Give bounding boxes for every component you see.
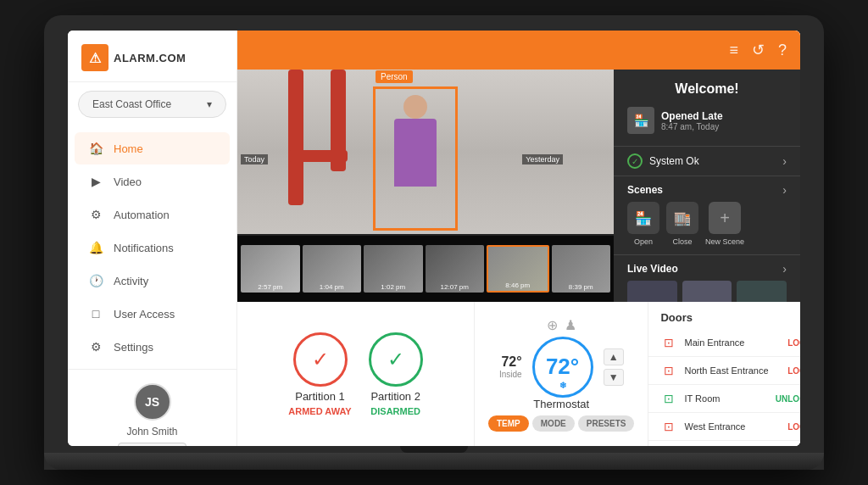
main-content: ≡ ↺ ? Person [237, 31, 800, 446]
alert-subtitle: 8:47 am, Today [661, 122, 787, 131]
scene-open-icon: 🏪 [627, 202, 659, 234]
sidebar-item-user-access[interactable]: □ User Access [75, 298, 230, 330]
thumbnail-5[interactable]: 8:46 pm [487, 245, 549, 293]
snowflake-icon: ❄ [559, 381, 566, 390]
thumbnail-6[interactable]: 8:39 pm [552, 245, 611, 293]
partition-1-circle: ✓ [293, 332, 348, 387]
scene-close[interactable]: 🏬 Close [666, 202, 698, 246]
thumb-time-1: 2:57 pm [241, 283, 300, 291]
right-panel: Welcome! 🏪 Opened Late 8:47 am, Today [614, 70, 800, 302]
sidebar-item-notifications[interactable]: 🔔 Notifications [75, 231, 230, 264]
sidebar-item-label: Settings [114, 341, 153, 354]
temp-arrows: ▲ ▼ [604, 348, 624, 386]
temp-down-button[interactable]: ▼ [604, 369, 624, 386]
thumb-time-2: 1:04 pm [303, 283, 362, 291]
sidebar-item-home[interactable]: 🏠 Home [75, 132, 230, 164]
live-video-chevron-icon: › [782, 262, 787, 276]
sidebar-item-video[interactable]: ▶ Video [75, 165, 230, 198]
inside-temp: 72° Inside [499, 354, 522, 379]
top-header: ≡ ↺ ? [237, 31, 800, 70]
laptop-frame: ⚠ ALARM.COM East Coast Office ▾ 🏠 Home ▶… [44, 15, 824, 470]
video-section: Person Today Yesterday [237, 70, 614, 302]
screen: ⚠ ALARM.COM East Coast Office ▾ 🏠 Home ▶… [68, 31, 800, 446]
avatar: JS [134, 383, 171, 421]
sidebar-item-settings[interactable]: ⚙ Settings [75, 331, 230, 363]
check-icon: ✓ [627, 153, 643, 169]
person-body [394, 119, 437, 187]
scene-new[interactable]: + New Scene [705, 202, 744, 246]
sidebar-item-label: User Access [114, 308, 175, 321]
door-row-northeast[interactable]: ⊡ North East Entrance LOCKED [648, 357, 800, 385]
partition-2-circle: ✓ [369, 332, 423, 387]
scene-new-label: New Scene [705, 237, 744, 246]
scene-close-icon: 🏬 [666, 202, 698, 234]
location-selector[interactable]: East Coast Office ▾ [78, 91, 226, 118]
sidebar-item-label: Home [114, 142, 143, 155]
cam-thumb-it [682, 281, 732, 302]
welcome-title: Welcome! [627, 81, 787, 97]
door-row-it[interactable]: ⊡ IT Room UNLOCKED [648, 385, 800, 413]
help-icon[interactable]: ? [778, 42, 787, 59]
person-head [403, 95, 427, 119]
door-row-west[interactable]: ⊡ West Entrance LOCKED [648, 413, 800, 441]
doors-title: Doors [660, 311, 693, 324]
chevron-down-icon: ▾ [207, 98, 212, 110]
person-silhouette [394, 95, 437, 187]
timestamp-yesterday: Yesterday [522, 154, 563, 164]
thermostat-label: Thermostat [533, 398, 589, 410]
temp-mode-button[interactable]: TEMP [488, 415, 529, 432]
live-cam-west[interactable]: WestEntrance [737, 281, 787, 302]
sidebar-item-label: Video [114, 176, 142, 188]
door-status-main: LOCKED [787, 338, 800, 348]
sidebar-item-activity[interactable]: 🕐 Activity [75, 265, 230, 297]
scene-add-icon: + [709, 202, 741, 234]
live-cam-main[interactable]: MainEntrance [627, 281, 677, 302]
automation-icon: ⚙ [88, 207, 103, 222]
thumbnail-4[interactable]: 12:07 pm [426, 245, 485, 293]
mode-button[interactable]: MODE [532, 415, 575, 432]
door-icon-west: ⊡ [660, 418, 677, 435]
door-icon-it: ⊡ [660, 390, 677, 407]
partition-2: ✓ Partition 2 DISARMED [369, 332, 423, 416]
door-row-main[interactable]: ⊡ Main Entrance LOCKED [648, 329, 800, 357]
thumb-time-3: 1:02 pm [364, 283, 423, 291]
scene-open-label: Open [634, 237, 653, 246]
sidebar-item-label: Activity [114, 275, 148, 287]
scenes-title: Scenes [627, 184, 663, 196]
alert-row: 🏪 Opened Late 8:47 am, Today [627, 103, 787, 137]
lower-section: ✓ Partition 1 ARMED AWAY ✓ Partition 2 D… [237, 302, 800, 446]
menu-icon[interactable]: ≡ [729, 42, 738, 59]
thumbnail-2[interactable]: 1:04 pm [303, 245, 362, 293]
scenes-section: Scenes › 🏪 Open 🏬 Close [614, 176, 800, 255]
sidebar-item-automation[interactable]: ⚙ Automation [75, 198, 230, 231]
doors-section: Doors › ⊡ Main Entrance LOCKED ⊡ North E… [648, 302, 800, 446]
presets-button[interactable]: PRESETS [578, 415, 635, 432]
scenes-header: Scenes › [614, 176, 800, 202]
live-cams: MainEntrance IT Room WestEntrance [614, 281, 800, 302]
thermo-fan-icon: ⊕ [547, 317, 558, 333]
scenes-row: 🏪 Open 🏬 Close + New Scene [614, 202, 800, 246]
cam-thumb-main [627, 281, 677, 302]
doors-header: Doors › [648, 310, 800, 329]
welcome-section: Welcome! 🏪 Opened Late 8:47 am, Today [614, 70, 800, 147]
temp-up-button[interactable]: ▲ [604, 348, 624, 365]
door-name-west: West Entrance [684, 421, 781, 432]
sidebar-item-label: Notifications [114, 242, 174, 254]
system-ok-row[interactable]: ✓ System Ok › [614, 147, 800, 176]
thumbnail-1[interactable]: 2:57 pm [241, 245, 300, 293]
scene-open[interactable]: 🏪 Open [627, 202, 659, 246]
logo-section: ⚠ ALARM.COM [68, 31, 236, 82]
thermo-reading: 72° Inside 72° ❄ ▲ ▼ [499, 337, 624, 398]
detection-label: Person [376, 70, 413, 83]
logout-button[interactable]: LOGOUT [118, 443, 186, 446]
laptop-notch [400, 446, 468, 453]
door-icon-northeast: ⊡ [660, 362, 677, 379]
live-cam-it[interactable]: IT Room [682, 281, 732, 302]
user-name: John Smith [126, 426, 177, 438]
refresh-icon[interactable]: ↺ [752, 41, 765, 59]
set-temp-circle: 72° ❄ [532, 337, 593, 398]
user-section: JS John Smith LOGOUT [68, 369, 236, 446]
partition-2-name: Partition 2 [370, 390, 420, 403]
user-access-icon: □ [88, 306, 103, 321]
thumbnail-3[interactable]: 1:02 pm [364, 245, 423, 293]
